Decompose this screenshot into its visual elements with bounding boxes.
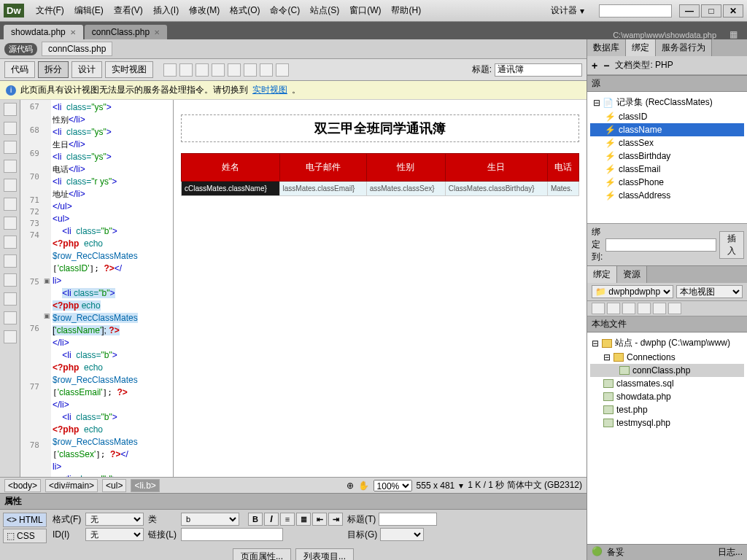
page-heading[interactable]: 双三甲全班同学通讯簿: [181, 114, 579, 142]
crumb-body[interactable]: <body>: [4, 479, 41, 492]
panel-toggle-icon[interactable]: ▦: [724, 29, 743, 39]
minimize-button[interactable]: —: [679, 4, 700, 18]
class-select[interactable]: b: [181, 513, 239, 526]
remove-binding-button[interactable]: −: [603, 60, 609, 71]
bindings-tree[interactable]: ⊟ 📄 记录集 (RecClassMates) ⚡ classID ⚡ clas…: [587, 92, 747, 223]
split-view-button[interactable]: 拆分: [38, 61, 69, 78]
connect-icon[interactable]: [592, 303, 605, 314]
col-name[interactable]: 姓名: [182, 154, 280, 182]
doc-tab-showdata[interactable]: showdata.php✕: [4, 25, 83, 39]
tool-icon[interactable]: [4, 273, 17, 287]
cell-birthday[interactable]: ClassMates.classBirthday}: [445, 182, 547, 196]
add-binding-button[interactable]: +: [592, 60, 597, 71]
workspace-switcher[interactable]: 设计器 ▾: [551, 4, 584, 17]
bold-button[interactable]: B: [248, 513, 263, 526]
close-icon[interactable]: ✕: [154, 28, 160, 36]
bindings-tab[interactable]: 绑定: [626, 39, 656, 56]
field-classbirthday[interactable]: ⚡ classBirthday: [590, 149, 744, 163]
maximize-button[interactable]: □: [701, 4, 721, 18]
menu-window[interactable]: 窗口(W): [345, 1, 385, 20]
database-tab[interactable]: 数据库: [587, 39, 626, 56]
close-button[interactable]: ✕: [723, 4, 743, 18]
tool-icon[interactable]: [228, 63, 241, 77]
code-view-button[interactable]: 代码: [4, 61, 35, 78]
tool-icon[interactable]: [4, 311, 17, 324]
tool-icon[interactable]: [196, 63, 209, 77]
design-pane[interactable]: 双三甲全班同学通讯簿 姓名 电子邮件 性别 生日 电话 cClassMates.…: [174, 100, 587, 477]
field-classaddress[interactable]: ⚡ classAddress: [590, 189, 744, 202]
menu-format[interactable]: 格式(O): [225, 1, 264, 20]
folder-connections[interactable]: ⊟ Connections: [590, 351, 744, 364]
menu-file[interactable]: 文件(F): [31, 1, 69, 20]
file-tree[interactable]: ⊟ 站点 - dwphp (C:\wamp\www) ⊟ Connections…: [587, 332, 747, 544]
window-size[interactable]: 555 x 481: [417, 481, 455, 491]
tool-icon[interactable]: [4, 292, 17, 306]
tool-icon[interactable]: [4, 254, 17, 268]
cell-sex[interactable]: assMates.classSex}: [366, 182, 445, 196]
source-code-tab[interactable]: 源代码: [4, 43, 37, 55]
col-phone[interactable]: 电话: [547, 154, 578, 182]
get-icon[interactable]: [622, 303, 635, 314]
tool-icon[interactable]: [244, 63, 257, 77]
tool-icon[interactable]: [212, 63, 225, 77]
tool-icon[interactable]: [163, 63, 177, 77]
menu-site[interactable]: 站点(S): [306, 1, 344, 20]
related-file-tab[interactable]: connClass.php: [42, 42, 112, 56]
field-classid[interactable]: ⚡ classID: [590, 110, 744, 123]
cell-phone[interactable]: Mates.: [547, 182, 578, 196]
title-prop-input[interactable]: [379, 513, 437, 526]
id-select[interactable]: 无: [85, 528, 144, 541]
close-icon[interactable]: ✕: [70, 28, 76, 36]
insert-button[interactable]: 插入: [719, 231, 744, 259]
site-root[interactable]: ⊟ 站点 - dwphp (C:\wamp\www): [590, 335, 744, 351]
menu-edit[interactable]: 编辑(E): [70, 1, 108, 20]
tool-icon[interactable]: [260, 63, 273, 77]
tool-icon[interactable]: [4, 160, 17, 173]
bind-to-input[interactable]: [605, 238, 716, 252]
menu-command[interactable]: 命令(C): [266, 1, 304, 20]
tool-icon[interactable]: [4, 179, 17, 192]
server-behaviors-tab[interactable]: 服务器行为: [656, 39, 712, 56]
link-input[interactable]: [181, 528, 283, 541]
crumb-div[interactable]: <div#main>: [45, 479, 98, 492]
code-pane[interactable]: 676869707172737475767778 ▣▣ <li class="y…: [20, 100, 174, 477]
menu-view[interactable]: 查看(V): [109, 1, 147, 20]
menu-insert[interactable]: 插入(I): [149, 1, 183, 20]
file-showdata[interactable]: showdata.php: [590, 390, 744, 403]
tool-icon[interactable]: [4, 198, 17, 211]
menu-help[interactable]: 帮助(H): [387, 1, 425, 20]
code-content[interactable]: <li class="ys"> 性别</li> <li class="ys"> …: [51, 100, 173, 477]
css-mode[interactable]: ⬚ CSS: [3, 529, 47, 543]
log-link[interactable]: 日志...: [718, 546, 743, 559]
tool-icon[interactable]: [179, 63, 193, 77]
sync-icon[interactable]: [653, 303, 666, 314]
tool-icon[interactable]: [4, 236, 17, 249]
expand-icon[interactable]: [668, 303, 681, 314]
outdent-button[interactable]: ⇤: [312, 513, 327, 526]
field-classname[interactable]: ⚡ className: [590, 123, 744, 136]
tool-icon[interactable]: [4, 103, 17, 116]
indent-button[interactable]: ⇥: [328, 513, 343, 526]
recordset-node[interactable]: ⊟ 📄 记录集 (RecClassMates): [590, 95, 744, 110]
cell-classname[interactable]: cClassMates.className}: [182, 182, 280, 196]
site-select[interactable]: 📁 dwphpdwphp: [592, 285, 673, 298]
refresh-icon[interactable]: [607, 303, 620, 314]
page-properties-button[interactable]: 页面属性...: [233, 548, 291, 560]
ol-button[interactable]: ≣: [296, 513, 311, 526]
cell-email[interactable]: lassMates.classEmail}: [279, 182, 366, 196]
list-item-button[interactable]: 列表项目...: [295, 548, 354, 560]
title-input[interactable]: [495, 63, 582, 77]
live-view-link[interactable]: 实时视图: [252, 84, 287, 96]
tool-icon[interactable]: [276, 63, 289, 77]
hand-tool-icon[interactable]: ✋: [358, 481, 369, 491]
target-select[interactable]: [380, 528, 424, 541]
zoom-select[interactable]: 100%: [374, 480, 412, 491]
zoom-tool-icon[interactable]: ⊕: [347, 481, 354, 491]
field-classphone[interactable]: ⚡ classPhone: [590, 176, 744, 189]
format-select[interactable]: 无: [85, 513, 144, 526]
crumb-li[interactable]: <li.b>: [131, 479, 159, 492]
files-bind-tab[interactable]: 绑定: [587, 266, 617, 283]
col-birthday[interactable]: 生日: [445, 154, 547, 182]
col-sex[interactable]: 性别: [366, 154, 445, 182]
search-field[interactable]: [599, 4, 672, 18]
